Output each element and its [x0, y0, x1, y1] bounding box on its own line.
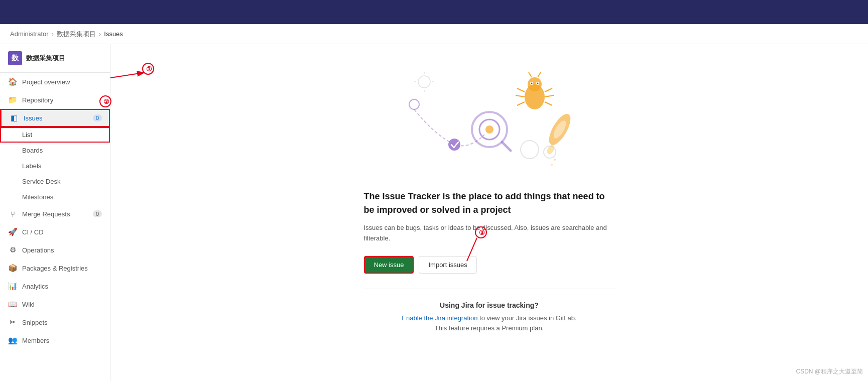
- project-header[interactable]: 数 数据采集项目: [0, 44, 110, 73]
- svg-line-10: [517, 102, 525, 105]
- sidebar-label-labels: Labels: [22, 162, 41, 170]
- divider: [364, 289, 615, 289]
- svg-point-4: [531, 83, 532, 84]
- sidebar-label-operations: Operations: [22, 246, 54, 254]
- project-icon: 数: [8, 51, 22, 65]
- sidebar-label-list: List: [22, 131, 32, 139]
- sidebar-item-members[interactable]: 👥 Members: [0, 331, 110, 349]
- issues-icon: ◧: [10, 113, 19, 122]
- sidebar-item-ci-cd[interactable]: 🚀 CI / CD: [0, 223, 110, 241]
- jira-section: Using Jira for issue tracking? Enable th…: [364, 301, 615, 334]
- sidebar-item-wiki[interactable]: 📖 Wiki: [0, 295, 110, 313]
- issues-badge: 0: [93, 114, 102, 121]
- breadcrumb-project[interactable]: 数据采集项目: [57, 30, 96, 39]
- merge-badge: 0: [93, 210, 102, 217]
- empty-desc: Issues can be bugs, tasks or ideas to be…: [364, 223, 615, 244]
- sidebar-item-operations[interactable]: ⚙ Operations: [0, 241, 110, 259]
- svg-point-1: [528, 77, 542, 91]
- sidebar-label-snippets: Snippets: [22, 319, 48, 326]
- svg-point-16: [545, 144, 555, 155]
- pkg-icon: 📦: [8, 264, 17, 273]
- svg-point-17: [554, 159, 556, 161]
- sidebar-label-merge-requests: Merge Requests: [22, 210, 70, 218]
- empty-title: The Issue Tracker is the place to add th…: [364, 190, 615, 217]
- sidebar-label-boards: Boards: [22, 147, 43, 154]
- svg-point-24: [448, 139, 460, 151]
- top-bar: [0, 0, 868, 24]
- sidebar-label-milestones: Milestones: [22, 193, 53, 201]
- svg-point-21: [485, 125, 493, 134]
- import-issues-button[interactable]: Import issues: [419, 256, 476, 274]
- breadcrumb-current: Issues: [104, 30, 123, 38]
- action-row: New issue Import issues: [364, 256, 615, 274]
- svg-line-11: [545, 88, 552, 92]
- merge-icon: ⑂: [8, 209, 17, 218]
- sidebar-label-project-overview: Project overview: [22, 78, 70, 86]
- sidebar-label-issues: Issues: [24, 114, 43, 122]
- svg-point-5: [537, 83, 538, 84]
- breadcrumb-sep2: ›: [99, 30, 101, 38]
- svg-point-23: [409, 99, 419, 109]
- svg-point-27: [418, 76, 430, 88]
- sidebar: 数 数据采集项目 🏠 Project overview 📁 Repository…: [0, 44, 110, 381]
- sidebar-item-repository[interactable]: 📁 Repository: [0, 91, 110, 109]
- sidebar-label-service-desk: Service Desk: [22, 178, 61, 185]
- watermark: CSDN @程序之大道至简: [796, 367, 863, 376]
- breadcrumb: Administrator › 数据采集项目 › Issues: [0, 24, 868, 44]
- ops-icon: ⚙: [8, 245, 17, 255]
- sidebar-label-members: Members: [22, 337, 49, 344]
- svg-line-8: [517, 88, 525, 92]
- new-issue-button[interactable]: New issue: [364, 256, 414, 274]
- sidebar-sub-item-list[interactable]: List: [0, 127, 110, 143]
- sidebar-label-packages: Packages & Registries: [22, 265, 88, 272]
- sidebar-sub-item-service-desk[interactable]: Service Desk: [0, 174, 110, 189]
- svg-line-9: [516, 95, 525, 97]
- empty-state: The Issue Tracker is the place to add th…: [364, 64, 615, 334]
- svg-line-22: [502, 142, 511, 151]
- sidebar-item-issues[interactable]: ◧ Issues 0: [0, 109, 110, 127]
- members-icon: 👥: [8, 336, 17, 345]
- snippets-icon: ✂: [8, 318, 17, 327]
- breadcrumb-sep1: ›: [52, 30, 54, 38]
- repo-icon: 📁: [8, 95, 17, 104]
- wiki-icon: 📖: [8, 300, 17, 309]
- analytics-icon: 📊: [8, 282, 17, 291]
- jira-link[interactable]: Enable the Jira integration: [402, 314, 477, 322]
- ci-icon: 🚀: [8, 227, 17, 236]
- svg-point-25: [521, 141, 539, 159]
- sidebar-label-repository: Repository: [22, 96, 53, 104]
- main-layout: 数 数据采集项目 🏠 Project overview 📁 Repository…: [0, 44, 868, 381]
- sidebar-label-analytics: Analytics: [22, 283, 48, 290]
- svg-point-18: [551, 164, 553, 166]
- sidebar-label-wiki: Wiki: [22, 301, 35, 308]
- breadcrumb-admin[interactable]: Administrator: [10, 30, 49, 38]
- sidebar-item-packages[interactable]: 📦 Packages & Registries: [0, 259, 110, 277]
- svg-line-13: [545, 102, 552, 105]
- project-name: 数据采集项目: [26, 54, 65, 63]
- sidebar-sub-item-boards[interactable]: Boards: [0, 143, 110, 158]
- illustration: [389, 64, 590, 175]
- sidebar-item-analytics[interactable]: 📊 Analytics: [0, 277, 110, 295]
- svg-line-12: [545, 95, 554, 97]
- main-content: The Issue Tracker is the place to add th…: [110, 44, 868, 381]
- sidebar-label-ci-cd: CI / CD: [22, 228, 44, 236]
- home-icon: 🏠: [8, 77, 17, 86]
- jira-desc: Enable the Jira integration to view your…: [364, 313, 615, 334]
- sidebar-item-merge-requests[interactable]: ⑂ Merge Requests 0: [0, 205, 110, 223]
- svg-line-7: [538, 72, 541, 77]
- sidebar-sub-item-milestones[interactable]: Milestones: [0, 189, 110, 205]
- sidebar-item-snippets[interactable]: ✂ Snippets: [0, 313, 110, 331]
- sidebar-sub-item-labels[interactable]: Labels: [0, 158, 110, 174]
- svg-line-6: [529, 72, 532, 77]
- jira-title: Using Jira for issue tracking?: [364, 301, 615, 309]
- sidebar-item-project-overview[interactable]: 🏠 Project overview: [0, 73, 110, 91]
